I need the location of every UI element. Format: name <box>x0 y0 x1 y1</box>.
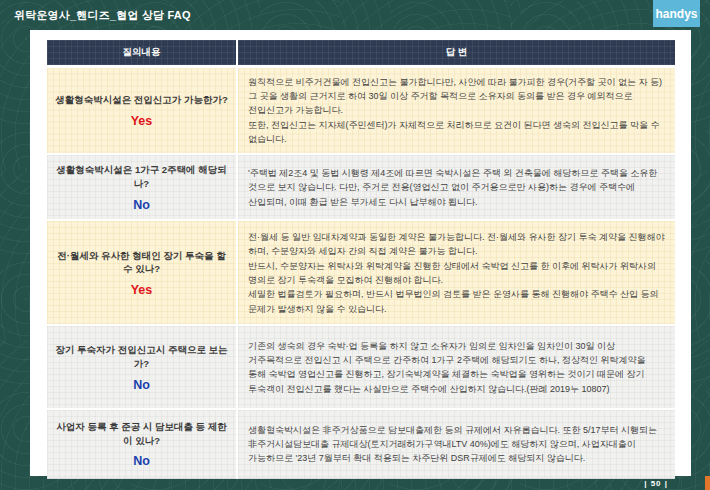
handys-logo: handys <box>653 0 700 27</box>
question-text: 생활형숙박시설은 1가구 2주택에 해당되나? <box>55 163 228 191</box>
table-row: 장기 투숙자가 전입신고시 주택으로 보는가? No 기존의 생숙의 경우 숙박… <box>47 325 675 409</box>
answer-cell: 기존의 생숙의 경우 숙박·업 등록을 하지 않고 소유자가 임의로 임차인을 … <box>237 325 675 409</box>
answer-text: 원칙적으로 비주거건물에 전입신고는 불가합니다만, 사안에 따라 불가피한 경… <box>248 75 665 147</box>
faq-table-body: 생활형숙박시설은 전입신고가 가능한가? Yes 원칙적으로 비주거건물에 전입… <box>47 66 675 478</box>
answer-text: '주택법 제2조4 및 동법 시행령 제4조에 따르면 숙박시설은 주택 외 건… <box>248 166 665 209</box>
table-header-row: 질의내용 답 변 <box>47 40 675 66</box>
question-verdict: No <box>55 454 228 468</box>
column-header-answer: 답 변 <box>237 40 675 66</box>
question-cell: 전·월세와 유사한 형태인 장기 투숙을 할 수 있나? Yes <box>47 220 237 325</box>
table-row: 전·월세와 유사한 형태인 장기 투숙을 할 수 있나? Yes 전·월세 등 … <box>47 220 675 325</box>
faq-table: 질의내용 답 변 생활형숙박시설은 전입신고가 가능한가? Yes 원칙적으로 … <box>47 40 675 479</box>
answer-cell: 원칙적으로 비주거건물에 전입신고는 불가합니다만, 사안에 따라 불가피한 경… <box>237 66 675 154</box>
answer-text: 생활형숙박시설은 非주거상품으로 담보대출제한 등의 규제에서 자유롭습니다. … <box>248 423 665 466</box>
answer-text: 전·월세 등 일반 임대차계약과 동일한 계약은 불가능합니다. 전·월세와 유… <box>248 230 665 316</box>
page-number: | 50 | <box>644 479 668 488</box>
question-cell: 장기 투숙자가 전입신고시 주택으로 보는가? No <box>47 325 237 409</box>
question-text: 생활형숙박시설은 전입신고가 가능한가? <box>55 93 228 107</box>
answer-cell: '주택법 제2조4 및 동법 시행령 제4조에 따르면 숙박시설은 주택 외 건… <box>237 154 675 220</box>
slide-background: 위탁운영사_핸디즈_협업 상담 FAQ handys 질의내용 답 변 생활형숙… <box>0 0 710 490</box>
question-cell: 생활형숙박시설은 1가구 2주택에 해당되나? No <box>47 154 237 220</box>
question-text: 사업자 등록 후 준공 시 담보대출 등 제한이 있나? <box>55 420 228 448</box>
accent-bar <box>705 476 710 490</box>
column-header-question: 질의내용 <box>47 40 237 66</box>
table-row: 생활형숙박시설은 1가구 2주택에 해당되나? No '주택법 제2조4 및 동… <box>47 154 675 220</box>
question-verdict: Yes <box>55 283 228 297</box>
question-verdict: No <box>55 198 228 212</box>
table-row: 사업자 등록 후 준공 시 담보대출 등 제한이 있나? No 생활형숙박시설은… <box>47 409 675 478</box>
question-text: 전·월세와 유사한 형태인 장기 투숙을 할 수 있나? <box>55 249 228 277</box>
answer-cell: 생활형숙박시설은 非주거상품으로 담보대출제한 등의 규제에서 자유롭습니다. … <box>237 409 675 478</box>
question-cell: 생활형숙박시설은 전입신고가 가능한가? Yes <box>47 66 237 154</box>
content-card: 질의내용 답 변 생활형숙박시설은 전입신고가 가능한가? Yes 원칙적으로 … <box>30 30 691 476</box>
question-text: 장기 투숙자가 전입신고시 주택으로 보는가? <box>55 343 228 371</box>
question-verdict: No <box>55 378 228 392</box>
answer-cell: 전·월세 등 일반 임대차계약과 동일한 계약은 불가능합니다. 전·월세와 유… <box>237 220 675 325</box>
answer-text: 기존의 생숙의 경우 숙박·업 등록을 하지 않고 소유자가 임의로 임차인을 … <box>248 339 665 397</box>
table-row: 생활형숙박시설은 전입신고가 가능한가? Yes 원칙적으로 비주거건물에 전입… <box>47 66 675 154</box>
question-verdict: Yes <box>55 114 228 128</box>
question-cell: 사업자 등록 후 준공 시 담보대출 등 제한이 있나? No <box>47 409 237 478</box>
page-title: 위탁운영사_핸디즈_협업 상담 FAQ <box>14 8 191 23</box>
